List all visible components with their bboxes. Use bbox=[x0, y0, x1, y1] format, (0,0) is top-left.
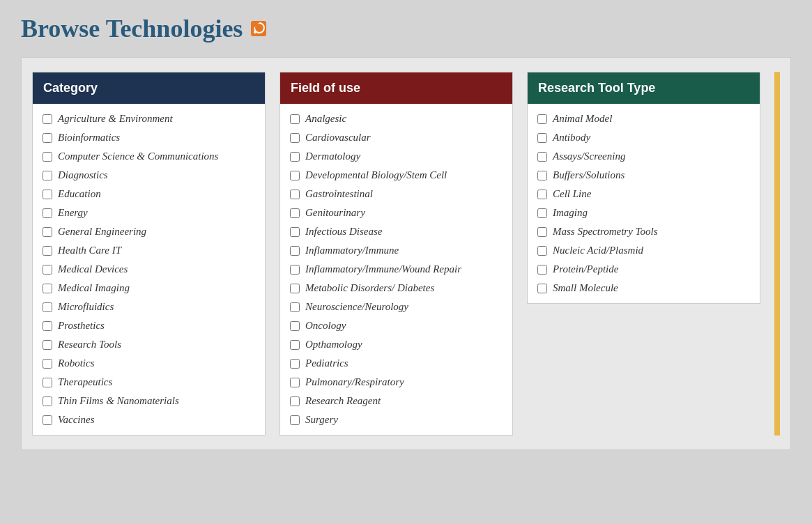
list-item[interactable]: Medical Imaging bbox=[40, 279, 258, 298]
checkbox-input[interactable] bbox=[537, 152, 547, 162]
checkbox-input[interactable] bbox=[290, 152, 300, 162]
item-label: Medical Devices bbox=[58, 263, 128, 275]
list-item[interactable]: Robotics bbox=[40, 354, 258, 373]
column-header-research-tool-type: Research Tool Type bbox=[528, 72, 760, 104]
checkbox-input[interactable] bbox=[43, 340, 52, 350]
checkbox-input[interactable] bbox=[290, 246, 300, 256]
checkbox-input[interactable] bbox=[43, 265, 52, 275]
list-item[interactable]: Therapeutics bbox=[40, 373, 258, 392]
checkbox-input[interactable] bbox=[43, 133, 52, 143]
list-item[interactable]: Assays/Screening bbox=[535, 147, 753, 166]
list-item[interactable]: Surgery bbox=[287, 410, 505, 429]
list-item[interactable]: Antibody bbox=[535, 128, 753, 147]
checkbox-input[interactable] bbox=[43, 359, 52, 369]
column-header-category: Category bbox=[33, 72, 265, 104]
list-item[interactable]: Imaging bbox=[535, 203, 753, 222]
list-item[interactable]: Buffers/Solutions bbox=[535, 166, 753, 185]
list-item[interactable]: Small Molecule bbox=[535, 279, 753, 298]
checkbox-input[interactable] bbox=[43, 246, 52, 256]
checkbox-input[interactable] bbox=[290, 284, 300, 293]
checkbox-input[interactable] bbox=[290, 133, 300, 143]
list-item[interactable]: Metabolic Disorders/ Diabetes bbox=[287, 279, 505, 298]
checkbox-input[interactable] bbox=[537, 246, 547, 256]
checkbox-input[interactable] bbox=[537, 284, 547, 293]
list-item[interactable]: Bioinformatics bbox=[40, 128, 258, 147]
main-container: CategoryAgriculture & EnvironmentBioinfo… bbox=[21, 57, 791, 450]
item-label: Diagnostics bbox=[58, 169, 108, 181]
checkbox-input[interactable] bbox=[43, 227, 52, 237]
list-item[interactable]: Animal Model bbox=[535, 109, 753, 128]
list-item[interactable]: General Engineering bbox=[40, 222, 258, 241]
checkbox-input[interactable] bbox=[537, 265, 547, 275]
list-item[interactable]: Oncology bbox=[287, 316, 505, 335]
list-item[interactable]: Health Care IT bbox=[40, 241, 258, 260]
checkbox-input[interactable] bbox=[290, 227, 300, 237]
list-item[interactable]: Research Tools bbox=[40, 335, 258, 354]
list-item[interactable]: Developmental Biology/Stem Cell bbox=[287, 166, 505, 185]
list-item[interactable]: Analgesic bbox=[287, 109, 505, 128]
checkbox-input[interactable] bbox=[290, 265, 300, 275]
checkbox-input[interactable] bbox=[290, 321, 300, 331]
checkbox-input[interactable] bbox=[537, 227, 547, 237]
list-item[interactable]: Inflammatory/Immune bbox=[287, 241, 505, 260]
list-item[interactable]: Research Reagent bbox=[287, 392, 505, 410]
item-label: Infectious Disease bbox=[305, 226, 382, 238]
list-item[interactable]: Computer Science & Communications bbox=[40, 147, 258, 166]
list-item[interactable]: Neuroscience/Neurology bbox=[287, 298, 505, 316]
list-item[interactable]: Genitourinary bbox=[287, 203, 505, 222]
list-item[interactable]: Pulmonary/Respiratory bbox=[287, 373, 505, 392]
checkbox-input[interactable] bbox=[43, 302, 52, 312]
checkbox-input[interactable] bbox=[290, 359, 300, 369]
list-item[interactable]: Nucleic Acid/Plasmid bbox=[535, 241, 753, 260]
item-label: Animal Model bbox=[553, 113, 612, 125]
checkbox-input[interactable] bbox=[537, 190, 547, 199]
list-item[interactable]: Dermatology bbox=[287, 147, 505, 166]
list-item[interactable]: Energy bbox=[40, 203, 258, 222]
checkbox-input[interactable] bbox=[290, 378, 300, 387]
checkbox-input[interactable] bbox=[537, 171, 547, 180]
checkbox-input[interactable] bbox=[290, 415, 300, 425]
list-item[interactable]: Infectious Disease bbox=[287, 222, 505, 241]
checkbox-input[interactable] bbox=[290, 114, 300, 124]
list-item[interactable]: Education bbox=[40, 185, 258, 203]
checkbox-input[interactable] bbox=[290, 171, 300, 180]
checkbox-input[interactable] bbox=[43, 208, 52, 218]
list-item[interactable]: Gastrointestinal bbox=[287, 185, 505, 203]
item-label: Pulmonary/Respiratory bbox=[305, 376, 404, 388]
checkbox-input[interactable] bbox=[537, 133, 547, 143]
checkbox-input[interactable] bbox=[43, 152, 52, 162]
list-item[interactable]: Medical Devices bbox=[40, 260, 258, 279]
list-item[interactable]: Cell Line bbox=[535, 185, 753, 203]
list-item[interactable]: Prosthetics bbox=[40, 316, 258, 335]
checkbox-input[interactable] bbox=[290, 208, 300, 218]
checkbox-input[interactable] bbox=[537, 208, 547, 218]
list-item[interactable]: Agriculture & Environment bbox=[40, 109, 258, 128]
checkbox-input[interactable] bbox=[43, 171, 52, 180]
checkbox-input[interactable] bbox=[290, 340, 300, 350]
list-item[interactable]: Microfluidics bbox=[40, 298, 258, 316]
checkbox-input[interactable] bbox=[43, 396, 52, 406]
checkbox-input[interactable] bbox=[290, 190, 300, 199]
list-item[interactable]: Protein/Peptide bbox=[535, 260, 753, 279]
checkbox-input[interactable] bbox=[43, 284, 52, 293]
list-item[interactable]: Vaccines bbox=[40, 410, 258, 429]
checkbox-input[interactable] bbox=[43, 415, 52, 425]
list-item[interactable]: Mass Spectrometry Tools bbox=[535, 222, 753, 241]
item-label: Protein/Peptide bbox=[553, 263, 618, 275]
item-label: Imaging bbox=[553, 207, 588, 219]
checkbox-input[interactable] bbox=[290, 396, 300, 406]
rss-icon[interactable] bbox=[251, 21, 266, 36]
checkbox-input[interactable] bbox=[43, 114, 52, 124]
list-item[interactable]: Opthamology bbox=[287, 335, 505, 354]
list-item[interactable]: Thin Films & Nanomaterials bbox=[40, 392, 258, 410]
list-item[interactable]: Diagnostics bbox=[40, 166, 258, 185]
list-item[interactable]: Pediatrics bbox=[287, 354, 505, 373]
checkbox-input[interactable] bbox=[43, 321, 52, 331]
checkbox-input[interactable] bbox=[537, 114, 547, 124]
list-item[interactable]: Inflammatory/Immune/Wound Repair bbox=[287, 260, 505, 279]
item-label: Bioinformatics bbox=[58, 132, 120, 144]
checkbox-input[interactable] bbox=[43, 190, 52, 199]
checkbox-input[interactable] bbox=[290, 302, 300, 312]
checkbox-input[interactable] bbox=[43, 378, 52, 387]
list-item[interactable]: Cardiovascular bbox=[287, 128, 505, 147]
